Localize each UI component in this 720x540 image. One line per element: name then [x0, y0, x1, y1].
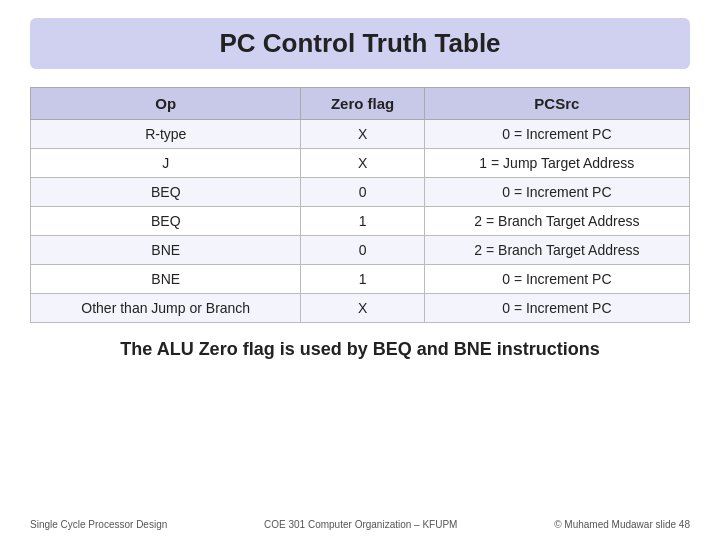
bottom-right: © Muhamed Mudawar slide 48	[554, 519, 690, 530]
table-cell-0-0: R-type	[31, 120, 301, 149]
table-body: R-typeX0 = Increment PCJX1 = Jump Target…	[31, 120, 690, 323]
table-header: Op Zero flag PCSrc	[31, 88, 690, 120]
table-cell-2-2: 0 = Increment PC	[424, 178, 689, 207]
header-row: Op Zero flag PCSrc	[31, 88, 690, 120]
col-header-op: Op	[31, 88, 301, 120]
table-row: BNE10 = Increment PC	[31, 265, 690, 294]
bottom-center: COE 301 Computer Organization – KFUPM	[264, 519, 457, 530]
table-cell-1-0: J	[31, 149, 301, 178]
table-cell-1-1: X	[301, 149, 424, 178]
table-cell-0-2: 0 = Increment PC	[424, 120, 689, 149]
col-header-pcsrc: PCSrc	[424, 88, 689, 120]
page: PC Control Truth Table Op Zero flag PCSr…	[0, 0, 720, 540]
table-cell-2-0: BEQ	[31, 178, 301, 207]
table-cell-5-0: BNE	[31, 265, 301, 294]
table-cell-0-1: X	[301, 120, 424, 149]
table-cell-4-1: 0	[301, 236, 424, 265]
table-row: Other than Jump or BranchX0 = Increment …	[31, 294, 690, 323]
table-cell-3-2: 2 = Branch Target Address	[424, 207, 689, 236]
table-cell-2-1: 0	[301, 178, 424, 207]
table-row: R-typeX0 = Increment PC	[31, 120, 690, 149]
page-title: PC Control Truth Table	[30, 28, 690, 59]
col-header-zeroflag: Zero flag	[301, 88, 424, 120]
footer-text: The ALU Zero flag is used by BEQ and BNE…	[120, 339, 599, 360]
table-cell-6-1: X	[301, 294, 424, 323]
table-cell-3-1: 1	[301, 207, 424, 236]
table-row: BEQ00 = Increment PC	[31, 178, 690, 207]
table-cell-6-0: Other than Jump or Branch	[31, 294, 301, 323]
table-cell-1-2: 1 = Jump Target Address	[424, 149, 689, 178]
table-cell-5-2: 0 = Increment PC	[424, 265, 689, 294]
truth-table-wrapper: Op Zero flag PCSrc R-typeX0 = Increment …	[30, 87, 690, 323]
truth-table: Op Zero flag PCSrc R-typeX0 = Increment …	[30, 87, 690, 323]
table-cell-5-1: 1	[301, 265, 424, 294]
table-cell-3-0: BEQ	[31, 207, 301, 236]
table-row: JX1 = Jump Target Address	[31, 149, 690, 178]
table-row: BNE02 = Branch Target Address	[31, 236, 690, 265]
table-cell-6-2: 0 = Increment PC	[424, 294, 689, 323]
title-bar: PC Control Truth Table	[30, 18, 690, 69]
bottom-bar: Single Cycle Processor Design COE 301 Co…	[30, 515, 690, 530]
bottom-left: Single Cycle Processor Design	[30, 519, 167, 530]
table-cell-4-2: 2 = Branch Target Address	[424, 236, 689, 265]
table-row: BEQ12 = Branch Target Address	[31, 207, 690, 236]
table-cell-4-0: BNE	[31, 236, 301, 265]
